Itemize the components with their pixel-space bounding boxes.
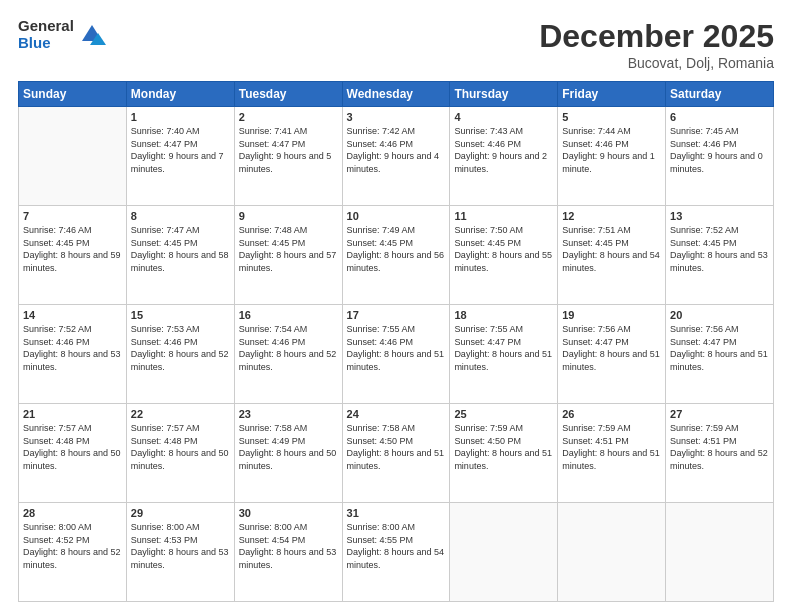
day-6: 6 Sunrise: 7:45 AM Sunset: 4:46 PM Dayli… (666, 107, 774, 206)
day-number-28: 28 (23, 507, 122, 519)
week-row-5: 28 Sunrise: 8:00 AM Sunset: 4:52 PM Dayl… (19, 503, 774, 602)
day-number-31: 31 (347, 507, 446, 519)
logo-blue: Blue (18, 35, 74, 52)
page: General Blue December 2025 Bucovat, Dolj… (0, 0, 792, 612)
day-31: 31 Sunrise: 8:00 AM Sunset: 4:55 PM Dayl… (342, 503, 450, 602)
day-info-2: Sunrise: 7:41 AM Sunset: 4:47 PM Dayligh… (239, 125, 338, 175)
day-14: 14 Sunrise: 7:52 AM Sunset: 4:46 PM Dayl… (19, 305, 127, 404)
day-27: 27 Sunrise: 7:59 AM Sunset: 4:51 PM Dayl… (666, 404, 774, 503)
header-saturday: Saturday (666, 82, 774, 107)
title-area: December 2025 Bucovat, Dolj, Romania (539, 18, 774, 71)
header-friday: Friday (558, 82, 666, 107)
day-number-12: 12 (562, 210, 661, 222)
day-number-29: 29 (131, 507, 230, 519)
day-18: 18 Sunrise: 7:55 AM Sunset: 4:47 PM Dayl… (450, 305, 558, 404)
day-16: 16 Sunrise: 7:54 AM Sunset: 4:46 PM Dayl… (234, 305, 342, 404)
day-number-1: 1 (131, 111, 230, 123)
day-15: 15 Sunrise: 7:53 AM Sunset: 4:46 PM Dayl… (126, 305, 234, 404)
day-number-6: 6 (670, 111, 769, 123)
day-number-4: 4 (454, 111, 553, 123)
sunrise-label-1: Sunrise: (131, 126, 167, 136)
day-25: 25 Sunrise: 7:59 AM Sunset: 4:50 PM Dayl… (450, 404, 558, 503)
day-28: 28 Sunrise: 8:00 AM Sunset: 4:52 PM Dayl… (19, 503, 127, 602)
header-wednesday: Wednesday (342, 82, 450, 107)
daylight-label-1: Daylight: (131, 151, 169, 161)
day-5: 5 Sunrise: 7:44 AM Sunset: 4:46 PM Dayli… (558, 107, 666, 206)
header-thursday: Thursday (450, 82, 558, 107)
day-number-25: 25 (454, 408, 553, 420)
day-26: 26 Sunrise: 7:59 AM Sunset: 4:51 PM Dayl… (558, 404, 666, 503)
day-10: 10 Sunrise: 7:49 AM Sunset: 4:45 PM Dayl… (342, 206, 450, 305)
day-number-8: 8 (131, 210, 230, 222)
day-2: 2 Sunrise: 7:41 AM Sunset: 4:47 PM Dayli… (234, 107, 342, 206)
day-23: 23 Sunrise: 7:58 AM Sunset: 4:49 PM Dayl… (234, 404, 342, 503)
day-20: 20 Sunrise: 7:56 AM Sunset: 4:47 PM Dayl… (666, 305, 774, 404)
day-number-3: 3 (347, 111, 446, 123)
week-row-1: 1 Sunrise: 7:40 AM Sunset: 4:47 PM Dayli… (19, 107, 774, 206)
day-number-17: 17 (347, 309, 446, 321)
day-29: 29 Sunrise: 8:00 AM Sunset: 4:53 PM Dayl… (126, 503, 234, 602)
logo-icon (78, 21, 106, 49)
day-4: 4 Sunrise: 7:43 AM Sunset: 4:46 PM Dayli… (450, 107, 558, 206)
logo: General Blue (18, 18, 106, 51)
day-number-10: 10 (347, 210, 446, 222)
day-number-11: 11 (454, 210, 553, 222)
empty-cell-w1 (19, 107, 127, 206)
day-number-19: 19 (562, 309, 661, 321)
day-number-21: 21 (23, 408, 122, 420)
day-number-14: 14 (23, 309, 122, 321)
week-row-4: 21 Sunrise: 7:57 AM Sunset: 4:48 PM Dayl… (19, 404, 774, 503)
day-9: 9 Sunrise: 7:48 AM Sunset: 4:45 PM Dayli… (234, 206, 342, 305)
header: General Blue December 2025 Bucovat, Dolj… (18, 18, 774, 71)
empty-cell-w5-sat (666, 503, 774, 602)
day-17: 17 Sunrise: 7:55 AM Sunset: 4:46 PM Dayl… (342, 305, 450, 404)
day-1: 1 Sunrise: 7:40 AM Sunset: 4:47 PM Dayli… (126, 107, 234, 206)
day-number-9: 9 (239, 210, 338, 222)
header-monday: Monday (126, 82, 234, 107)
day-number-23: 23 (239, 408, 338, 420)
header-tuesday: Tuesday (234, 82, 342, 107)
day-number-7: 7 (23, 210, 122, 222)
month-title: December 2025 (539, 18, 774, 55)
empty-cell-w5-thu (450, 503, 558, 602)
day-19: 19 Sunrise: 7:56 AM Sunset: 4:47 PM Dayl… (558, 305, 666, 404)
day-13: 13 Sunrise: 7:52 AM Sunset: 4:45 PM Dayl… (666, 206, 774, 305)
day-24: 24 Sunrise: 7:58 AM Sunset: 4:50 PM Dayl… (342, 404, 450, 503)
day-number-20: 20 (670, 309, 769, 321)
day-8: 8 Sunrise: 7:47 AM Sunset: 4:45 PM Dayli… (126, 206, 234, 305)
day-number-2: 2 (239, 111, 338, 123)
day-30: 30 Sunrise: 8:00 AM Sunset: 4:54 PM Dayl… (234, 503, 342, 602)
week-row-3: 14 Sunrise: 7:52 AM Sunset: 4:46 PM Dayl… (19, 305, 774, 404)
day-number-22: 22 (131, 408, 230, 420)
day-number-15: 15 (131, 309, 230, 321)
day-number-13: 13 (670, 210, 769, 222)
day-number-27: 27 (670, 408, 769, 420)
location-subtitle: Bucovat, Dolj, Romania (539, 55, 774, 71)
weekday-header-row: Sunday Monday Tuesday Wednesday Thursday… (19, 82, 774, 107)
sunset-label-1: Sunset: (131, 139, 164, 149)
day-7: 7 Sunrise: 7:46 AM Sunset: 4:45 PM Dayli… (19, 206, 127, 305)
day-number-26: 26 (562, 408, 661, 420)
day-number-5: 5 (562, 111, 661, 123)
header-sunday: Sunday (19, 82, 127, 107)
day-number-30: 30 (239, 507, 338, 519)
day-number-24: 24 (347, 408, 446, 420)
sunrise-val-1: 7:40 AM (166, 126, 199, 136)
calendar-table: Sunday Monday Tuesday Wednesday Thursday… (18, 81, 774, 602)
day-info-6: Sunrise: 7:45 AM Sunset: 4:46 PM Dayligh… (670, 125, 769, 175)
day-info-3: Sunrise: 7:42 AM Sunset: 4:46 PM Dayligh… (347, 125, 446, 175)
sunset-val-1: 4:47 PM (164, 139, 198, 149)
week-row-2: 7 Sunrise: 7:46 AM Sunset: 4:45 PM Dayli… (19, 206, 774, 305)
empty-cell-w5-fri (558, 503, 666, 602)
day-3: 3 Sunrise: 7:42 AM Sunset: 4:46 PM Dayli… (342, 107, 450, 206)
day-21: 21 Sunrise: 7:57 AM Sunset: 4:48 PM Dayl… (19, 404, 127, 503)
day-number-16: 16 (239, 309, 338, 321)
day-number-18: 18 (454, 309, 553, 321)
day-22: 22 Sunrise: 7:57 AM Sunset: 4:48 PM Dayl… (126, 404, 234, 503)
day-info-1: Sunrise: 7:40 AM Sunset: 4:47 PM Dayligh… (131, 125, 230, 175)
day-12: 12 Sunrise: 7:51 AM Sunset: 4:45 PM Dayl… (558, 206, 666, 305)
day-info-5: Sunrise: 7:44 AM Sunset: 4:46 PM Dayligh… (562, 125, 661, 175)
day-11: 11 Sunrise: 7:50 AM Sunset: 4:45 PM Dayl… (450, 206, 558, 305)
day-info-4: Sunrise: 7:43 AM Sunset: 4:46 PM Dayligh… (454, 125, 553, 175)
logo-general: General (18, 18, 74, 35)
